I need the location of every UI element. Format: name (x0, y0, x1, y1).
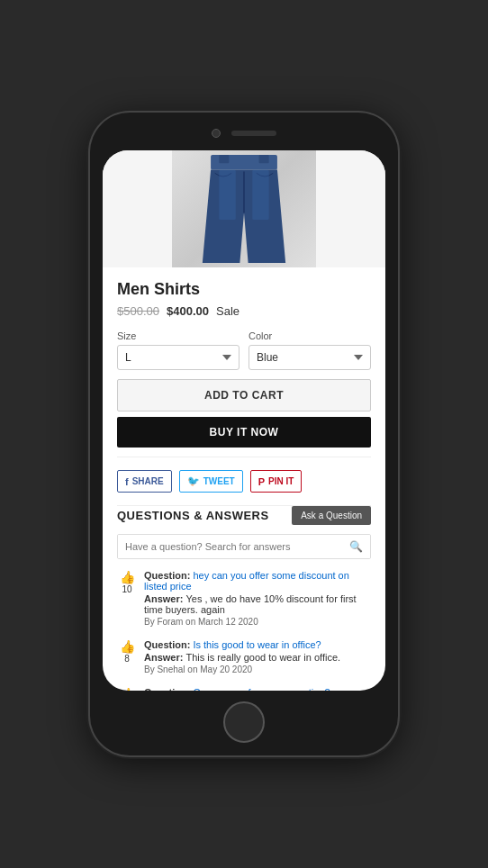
answer-prefix-2: Answer: (144, 652, 185, 663)
original-price: $500.00 (117, 304, 159, 318)
qa-meta-1: By Foram on March 12 2020 (144, 617, 371, 627)
color-label: Color (249, 330, 371, 341)
sale-price: $400.00 (167, 304, 209, 318)
vote-col-3: 👍 7 (117, 687, 137, 691)
qa-section: QUESTIONS & ANSWERS Ask a Question 🔍 👍 1… (103, 506, 385, 691)
options-row: Size XS S M L XL XXL Color Bl (117, 330, 371, 370)
search-icon: 🔍 (349, 540, 363, 553)
svg-rect-4 (219, 170, 235, 220)
qa-title: QUESTIONS & ANSWERS (117, 509, 269, 522)
size-label: Size (117, 330, 239, 341)
svg-rect-2 (259, 155, 269, 163)
search-box: 🔍 (117, 534, 371, 559)
home-button[interactable] (223, 701, 265, 743)
svg-rect-1 (219, 155, 229, 163)
question-2: Question: Is this good to wear in office… (144, 639, 371, 650)
buy-now-button[interactable]: BUY IT NOW (117, 417, 371, 448)
phone-top-bar (103, 125, 385, 141)
thumbs-up-icon-2: 👍 (120, 639, 135, 654)
front-camera (212, 129, 221, 138)
answer-1: Answer: Yes , we do have 10% discount fo… (144, 593, 371, 615)
phone-speaker (231, 131, 276, 136)
sale-label: Sale (216, 304, 239, 318)
vote-col-1: 👍 10 (117, 570, 137, 627)
question-prefix-1: Question: (144, 570, 193, 581)
phone-bottom (103, 701, 385, 743)
add-to-cart-button[interactable]: ADD TO CART (117, 379, 371, 411)
tweet-label: TWEET (203, 476, 235, 486)
qa-item-3: 👍 7 Question: Can we use for zoom meetin… (117, 687, 371, 691)
screen-content: Men Shirts $500.00 $400.00 Sale Size XS … (103, 150, 385, 691)
facebook-share-button[interactable]: f SHARE (117, 470, 172, 493)
question-prefix-2: Question: (144, 639, 193, 650)
share-label: SHARE (132, 476, 164, 486)
pin-label: PIN IT (268, 476, 294, 486)
product-info: Men Shirts $500.00 $400.00 Sale Size XS … (103, 267, 385, 457)
product-title: Men Shirts (117, 280, 371, 299)
qa-item-2: 👍 8 Question: Is this good to wear in of… (117, 639, 371, 674)
color-option-group: Color Blue Red Green Black White (249, 330, 371, 370)
search-input[interactable] (118, 535, 342, 558)
price-row: $500.00 $400.00 Sale (117, 304, 371, 318)
search-button[interactable]: 🔍 (342, 535, 370, 558)
vote-col-2: 👍 8 (117, 639, 137, 674)
phone-screen: Men Shirts $500.00 $400.00 Sale Size XS … (103, 150, 385, 691)
answer-text-2: This is really good to wear in office. (185, 652, 340, 663)
qa-header: QUESTIONS & ANSWERS Ask a Question (117, 506, 371, 525)
qa-content-1: Question: hey can you offer some discoun… (144, 570, 371, 627)
pinterest-icon: P (258, 476, 265, 487)
answer-prefix-1: Answer: (144, 593, 185, 604)
qa-content-2: Question: Is this good to wear in office… (144, 639, 371, 674)
size-option-group: Size XS S M L XL XXL (117, 330, 239, 370)
qa-meta-2: By Snehal on May 20 2020 (144, 665, 371, 674)
product-image-area (103, 150, 385, 267)
social-share-row: f SHARE 🐦 TWEET P PIN IT (103, 457, 385, 505)
qa-item: 👍 10 Question: hey can you offer some di… (117, 570, 371, 627)
vote-count-1: 10 (122, 584, 131, 594)
svg-rect-5 (252, 170, 268, 220)
vote-count-2: 8 (124, 654, 130, 664)
facebook-icon: f (125, 476, 129, 487)
question-3: Question: Can we use for zoom meeting? (144, 687, 371, 691)
product-image (172, 150, 316, 267)
question-link-3[interactable]: Can we use for zoom meeting? (193, 687, 330, 691)
twitter-share-button[interactable]: 🐦 TWEET (179, 470, 243, 493)
thumbs-up-icon-3: 👍 (120, 687, 135, 691)
pinterest-share-button[interactable]: P PIN IT (250, 470, 303, 493)
question-prefix-3: Question: (144, 687, 193, 691)
question-1: Question: hey can you offer some discoun… (144, 570, 371, 592)
twitter-icon: 🐦 (187, 475, 200, 487)
size-select[interactable]: XS S M L XL XXL (117, 345, 239, 370)
ask-question-button[interactable]: Ask a Question (292, 506, 371, 525)
qa-content-3: Question: Can we use for zoom meeting? A… (144, 687, 371, 691)
answer-2: Answer: This is really good to wear in o… (144, 652, 371, 663)
question-link-2[interactable]: Is this good to wear in office? (193, 639, 321, 650)
thumbs-up-icon-1: 👍 (120, 570, 135, 584)
phone-shell: Men Shirts $500.00 $400.00 Sale Size XS … (90, 113, 398, 755)
color-select[interactable]: Blue Red Green Black White (249, 345, 371, 370)
